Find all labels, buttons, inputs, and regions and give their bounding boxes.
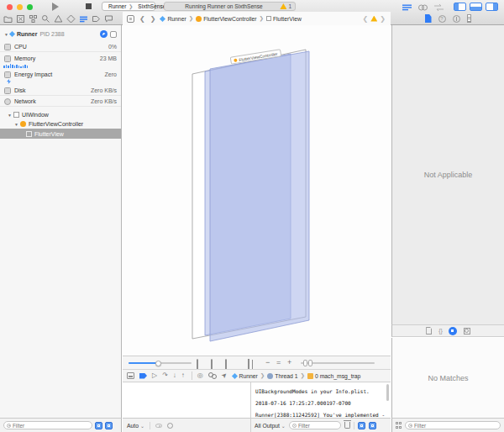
debug-navigator-icon[interactable] [79,14,88,24]
object-inspector-icon[interactable] [453,15,460,23]
continue-icon[interactable]: ▷ [152,372,157,379]
back-button[interactable]: ❮ [139,15,145,23]
step-into-icon[interactable]: ↓ [173,372,176,379]
media-library-icon[interactable] [464,328,470,335]
file-inspector-icon[interactable] [425,14,432,23]
zoom-out-button[interactable]: − [265,359,270,366]
memory-graph-icon[interactable] [110,31,117,38]
debug-navigator: ▼ Runner PID 2388 CPU 0% Memory 23 MB En… [0,25,122,418]
console-filter-field[interactable] [289,421,341,429]
gauge-row-network[interactable]: Network Zero KB/s [0,97,121,107]
view-debugger-canvas[interactable]: FlutterViewController [123,25,391,356]
scheme-selector[interactable]: Runner ❯ SixthSense [102,2,155,11]
project-navigator-icon[interactable] [3,14,13,24]
issue-navigator-icon[interactable] [54,14,63,24]
object-library-icon[interactable] [449,327,457,335]
toggle-navigator-button[interactable] [454,3,466,11]
file-template-library-icon[interactable] [426,327,432,335]
close-window-button[interactable] [7,4,13,10]
clear-console-icon[interactable] [344,422,350,429]
view-debugger-icon[interactable] [100,30,108,38]
spacing-slider-knob[interactable] [155,361,161,366]
range-slider-left-knob[interactable] [303,360,307,366]
jumpbar-separator: ❯ [260,15,264,22]
process-row[interactable]: ▼ Runner PID 2388 [0,29,121,40]
gauge-row-memory[interactable]: Memory 23 MB [0,54,121,63]
step-out-icon[interactable]: ↑ [181,372,185,379]
related-items-icon[interactable] [127,15,134,23]
forward-button[interactable]: ❯ [150,15,156,23]
assistant-editor-button[interactable] [417,3,428,12]
range-slider-right-knob[interactable] [308,360,312,366]
navigator-filter-field[interactable] [3,421,92,429]
find-navigator-icon[interactable] [41,14,50,24]
jumpbar-item-runner[interactable]: Runner [167,16,186,22]
flutter-target-icon [104,5,108,8]
library-view-mode-icon[interactable] [396,422,402,429]
debug-view-hierarchy-icon[interactable]: ◎ [197,372,203,379]
debug-memory-graph-icon[interactable] [208,372,217,379]
report-navigator-icon[interactable] [104,14,113,24]
gauge-row-cpu[interactable]: CPU 0% [0,42,121,52]
test-navigator-icon[interactable] [66,14,76,24]
zoom-window-button[interactable] [27,4,33,10]
debug-jumpbar-process[interactable]: Runner [239,373,258,379]
toggle-console-view-button[interactable] [369,422,376,429]
previous-issue-button[interactable]: ❮ [363,15,369,23]
scheme-target: Runner [108,3,126,9]
zoom-in-button[interactable]: + [287,359,291,366]
standard-editor-button[interactable] [402,3,412,12]
gauge-row-disk[interactable]: Disk Zero KB/s [0,86,121,96]
show-running-processes-button[interactable] [95,422,102,429]
debug-jumpbar-thread[interactable]: Thread 1 [275,373,297,379]
toggle-variables-view-button[interactable] [358,422,365,429]
toggle-inspector-button[interactable] [486,3,498,11]
hide-debug-area-icon[interactable] [127,372,134,379]
print-description-icon[interactable] [167,423,173,429]
library-filter-input[interactable] [414,423,497,429]
quick-help-inspector-icon[interactable] [438,15,446,23]
minimize-window-button[interactable] [17,4,23,10]
flutterviewcontroller-plane[interactable] [210,51,309,341]
jumpbar-item-flutterviewcontroller[interactable]: FlutterViewController [203,16,256,22]
disclosure-triangle[interactable]: ▼ [8,113,12,118]
show-debugged-views-button[interactable] [105,422,113,429]
editor-jump-bar: ❮ ❯ Runner ❯ FlutterViewController ❯ Flu… [123,12,391,25]
variables-scope-popup[interactable]: Auto [127,423,144,429]
simulate-location-icon[interactable]: ➤ [220,371,228,380]
tree-row-uiwindow[interactable]: ▼ UIWindow [0,110,121,119]
jumpbar-separator: ❯ [260,372,265,379]
issue-badge[interactable]: 1 [280,3,291,9]
library-empty-text: No Matches [428,374,468,382]
version-editor-button[interactable] [433,3,444,12]
run-button[interactable] [52,3,59,11]
jumpbar-item-flutterview[interactable]: FlutterView [273,16,302,22]
console-scrollbar[interactable] [386,384,389,401]
console-filter-input[interactable] [298,423,338,429]
console-output-popup[interactable]: All Output [255,423,286,429]
library-tab-bar [391,324,504,337]
tree-row-flutterviewcontroller[interactable]: ▼ FlutterViewController [0,119,121,129]
disclosure-triangle[interactable]: ▼ [4,32,8,37]
library-filter-field[interactable] [405,421,501,429]
code-snippet-library-icon[interactable] [438,328,442,334]
view-icon [266,16,271,21]
toggle-debug-area-button[interactable] [470,3,482,11]
stop-button[interactable] [86,3,92,9]
breakpoints-toggle-icon[interactable] [139,373,147,379]
size-inspector-icon[interactable] [467,14,471,23]
quick-look-icon[interactable] [155,424,162,428]
breakpoint-navigator-icon[interactable] [92,14,101,24]
gauge-row-energy[interactable]: Energy Impact Zero [0,70,121,79]
navigator-filter-input[interactable] [13,423,89,429]
step-over-icon[interactable]: ↷ [162,372,168,379]
zoom-reset-button[interactable]: = [276,359,281,366]
disclosure-triangle[interactable]: ▼ [14,122,18,127]
debug-jumpbar-frame[interactable]: 0 mach_msg_trap [315,373,360,379]
source-control-navigator-icon[interactable] [16,14,25,24]
next-issue-button[interactable]: ❯ [380,15,386,23]
symbol-navigator-icon[interactable] [29,14,38,24]
variables-view[interactable] [123,382,249,418]
issue-warning-icon[interactable] [370,16,377,22]
tree-row-flutterview-selected[interactable]: FlutterView [0,129,121,139]
